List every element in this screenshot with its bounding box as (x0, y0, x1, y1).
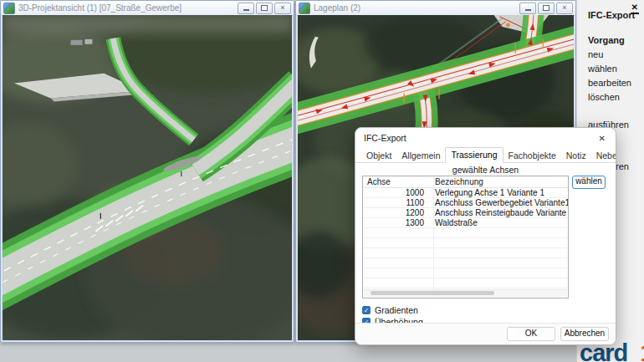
table-row-empty (363, 248, 568, 258)
window-title: 3D-Projektansicht (1) [07_Straße_Gewerbe… (18, 3, 234, 13)
sidebar-close-icon[interactable] (631, 3, 639, 14)
cell-bezeichnung: Verlegung Achse 1 Variante 1 (430, 188, 568, 197)
tab-Notiz[interactable]: Notiz (561, 149, 591, 163)
cell-achse: 1000 (363, 188, 430, 197)
table-row-empty (363, 268, 568, 278)
dialog-titlebar[interactable]: IFC-Export (355, 128, 616, 146)
cell-bezeichnung: Waldstraße (430, 218, 568, 227)
checkbox-label: Gradienten (375, 305, 418, 315)
ifc-export-dialog: IFC-Export ObjektAllgemeinTrassierungFac… (355, 127, 616, 345)
checkbox-box (362, 306, 371, 314)
column-separator (433, 176, 434, 290)
sidebar-item-wählen[interactable]: wählen (588, 64, 644, 74)
ok-button[interactable]: OK (507, 327, 555, 341)
cell-achse: 1200 (363, 208, 430, 217)
dialog-title: IFC-Export (364, 133, 597, 143)
table-row-empty (363, 228, 568, 238)
table-header: Achse Bezeichnung (363, 176, 568, 188)
close-button[interactable] (274, 3, 291, 14)
section-label: gewählte Achsen (355, 164, 616, 175)
sidebar-item-löschen[interactable]: löschen (588, 92, 644, 103)
minimize-button[interactable] (519, 3, 536, 14)
dialog-tab-strip: ObjektAllgemeinTrassierungFachobjekteNot… (355, 146, 616, 163)
dialog-close-icon[interactable] (597, 134, 607, 143)
table-row-empty (363, 278, 568, 288)
cancel-button[interactable]: Abbrechen (560, 327, 609, 341)
sidebar-group-header: Vorgang (588, 35, 644, 45)
window-titlebar[interactable]: Lageplan (2) (296, 1, 575, 16)
sidebar-item-neu[interactable]: neu (588, 49, 644, 60)
restore-button[interactable] (256, 3, 273, 14)
table-row[interactable]: 1200Anschluss Reinsteigbaude Variante 1 (363, 208, 568, 218)
close-button[interactable] (556, 3, 573, 14)
logo-text-accent: _1 (627, 339, 644, 362)
table-row[interactable]: 1300Waldstraße (363, 218, 568, 228)
3d-viewport[interactable] (3, 15, 292, 340)
column-header-bezeichnung: Bezeichnung (430, 176, 568, 187)
application-workspace: 3D-Projektansicht (1) [07_Straße_Gewerbe… (0, 0, 644, 362)
minimize-icon (525, 9, 531, 11)
tab-Trassierung[interactable]: Trassierung (445, 147, 503, 163)
horizontal-scrollbar[interactable] (364, 289, 567, 297)
window-title: Lageplan (2) (314, 3, 516, 13)
column-header-achse: Achse (363, 176, 430, 187)
close-icon (562, 4, 566, 12)
table-row-empty (363, 258, 568, 268)
window-titlebar[interactable]: 3D-Projektansicht (1) [07_Straße_Gewerbe… (1, 1, 294, 16)
choose-button[interactable]: wählen (572, 176, 606, 189)
window-3d-projektansicht: 3D-Projektansicht (1) [07_Straße_Gewerbe… (0, 0, 294, 343)
table-row[interactable]: 1100Anschluss Gewerbegebiet Variante1 (363, 198, 568, 208)
minimize-button[interactable] (238, 3, 254, 14)
cell-achse: 1300 (363, 218, 430, 227)
window-icon (299, 3, 310, 14)
table-row[interactable]: 1000Verlegung Achse 1 Variante 1 (363, 188, 568, 198)
checkbox-Gradienten[interactable]: Gradienten (362, 304, 616, 315)
cell-achse: 1100 (363, 198, 430, 207)
window-icon (3, 3, 15, 14)
tab-Nebenattribute[interactable]: Nebenattribute (591, 149, 616, 163)
restore-icon (261, 5, 268, 11)
cell-bezeichnung: Anschluss Reinsteigbaude Variante 1 (430, 208, 568, 217)
restore-icon (543, 5, 549, 11)
restore-button[interactable] (538, 3, 555, 14)
scrollbar-thumb[interactable] (371, 291, 494, 295)
table-row-empty (363, 238, 568, 248)
achsen-table: Achse Bezeichnung 1000Verlegung Achse 1 … (362, 176, 569, 298)
sidebar-item-bearbeiten[interactable]: bearbeiten (588, 78, 644, 89)
minimize-icon (243, 9, 249, 11)
table-body: 1000Verlegung Achse 1 Variante 11100Ansc… (363, 188, 568, 298)
tab-Allgemein[interactable]: Allgemein (396, 149, 445, 163)
cell-bezeichnung: Anschluss Gewerbegebiet Variante1 (430, 198, 568, 207)
tab-Objekt[interactable]: Objekt (361, 149, 396, 163)
dialog-footer: OK Abbrechen (355, 323, 616, 344)
close-icon (280, 4, 284, 12)
tab-Fachobjekte[interactable]: Fachobjekte (503, 149, 561, 163)
